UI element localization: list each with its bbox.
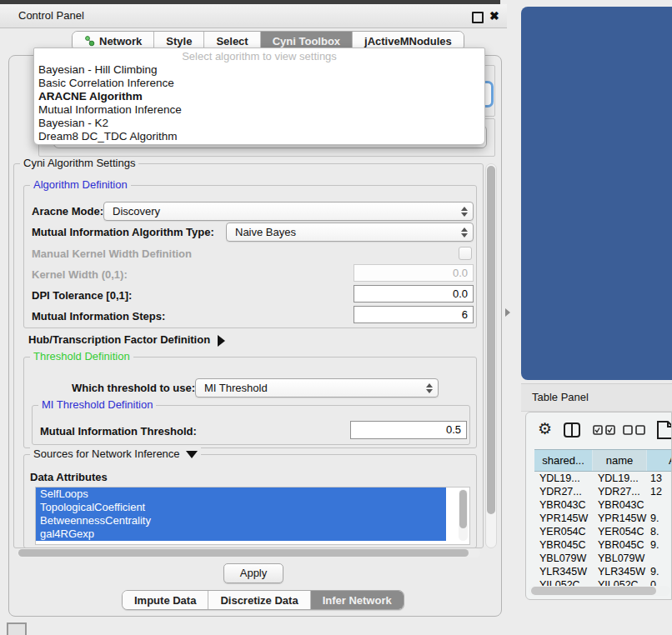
table-row[interactable]: YER054CYER054C8. [534, 525, 672, 538]
threshold-definition-title: Threshold Definition [30, 350, 133, 362]
tab-label: Impute Data [134, 594, 196, 607]
table-row[interactable]: YBR045CYBR045C9. [534, 538, 672, 552]
float-panel-icon[interactable] [472, 12, 484, 23]
mi-steps-label: Mutual Information Steps: [32, 310, 165, 322]
attribute-item[interactable]: TopologicalCoefficient [36, 501, 446, 514]
scrollbar-thumb[interactable] [531, 587, 656, 595]
aracne-mode-label: Aracne Mode: [32, 205, 103, 218]
algorithm-option[interactable]: Dream8 DC_TDC Algorithm [34, 130, 484, 143]
panel-grip-button[interactable] [7, 622, 27, 635]
tab-label: Select [216, 35, 248, 48]
scrollbar-thumb[interactable] [18, 549, 469, 557]
algorithm-option[interactable]: Bayesian - Hill Climbing [34, 63, 484, 77]
table-row[interactable]: YDL19...YDL19...13 [534, 472, 672, 485]
table-row[interactable]: YBR043CYBR043C [534, 498, 672, 512]
table-cell: 9. [647, 565, 672, 578]
tab-label: Network [99, 35, 142, 48]
apply-button[interactable]: Apply [223, 563, 283, 583]
attribute-item[interactable]: BetweennessCentrality [36, 514, 446, 528]
bottom-tab-discretize-data[interactable]: Discretize Data [208, 591, 310, 609]
close-panel-icon[interactable]: ✖ [489, 8, 499, 23]
manual-kernel-label: Manual Kernel Width Definition [32, 248, 192, 260]
table-cell: YBR043C [534, 498, 593, 512]
select-all-columns-icon[interactable] [593, 425, 616, 436]
tab-label: Infer Network [323, 594, 392, 607]
control-panel-titlebar: Control Panel ✖ [0, 4, 507, 28]
cyni-bottom-tabs: Impute DataDiscretize DataInfer Network [122, 590, 404, 610]
hub-definition-toggle[interactable]: Hub/Transcription Factor Definition [28, 333, 225, 347]
aracne-mode-value: Discovery [113, 202, 160, 220]
table-cell: YBL079W [593, 552, 647, 565]
mi-algorithm-type-select[interactable]: Naive Bayes [226, 222, 474, 242]
table-row[interactable]: YPR145WYPR145W9. [534, 512, 672, 525]
algorithm-option[interactable]: Mutual Information Inference [34, 103, 484, 117]
bottom-tab-infer-network[interactable]: Infer Network [311, 591, 404, 609]
table-cell: YPR145W [534, 512, 593, 525]
settings-vertical-scrollbar[interactable] [485, 163, 497, 548]
mi-type-label: Mutual Information Algorithm Type: [32, 226, 214, 238]
table-cell: YPR145W [593, 512, 647, 525]
node-table: shared...nameAYDL19...YDL19...13YDR27...… [534, 449, 672, 592]
splitter-handle[interactable] [505, 308, 510, 317]
mi-steps-input[interactable]: 6 [354, 306, 474, 323]
tab-label: Cyni Toolbox [273, 35, 340, 48]
table-cell: YLR345W [593, 565, 647, 578]
table-cell: YDL19... [534, 472, 593, 485]
table-cell: YLR345W [534, 565, 593, 578]
attribute-item[interactable]: SelfLoops [36, 488, 446, 501]
dpi-tolerance-input[interactable]: 0.0 [354, 285, 474, 302]
column-header[interactable]: name [593, 450, 647, 471]
algorithm-option[interactable]: ARACNE Algorithm [34, 90, 484, 103]
split-columns-icon[interactable] [563, 422, 581, 438]
table-cell: YER054C [593, 525, 647, 538]
mi-threshold-input[interactable]: 0.5 [350, 421, 467, 439]
table-row[interactable]: YLR345WYLR345W9. [534, 565, 672, 578]
tab-label: jActiveMNodules [364, 35, 452, 48]
aracne-mode-select[interactable]: Discovery [103, 202, 474, 221]
table-panel-titlebar: Table Panel [521, 383, 672, 412]
settings-group-title: Cyni Algorithm Settings [20, 157, 138, 169]
network-view-frame: GALGAL80GAL10GAL1GAL11GAL4SWI4GCY1HAP4YH… [521, 7, 672, 380]
scrollbar-thumb[interactable] [459, 490, 467, 528]
table-cell: YBL079W [534, 552, 593, 565]
collapse-down-icon [186, 451, 198, 458]
stepper-arrows-icon [461, 223, 468, 241]
attribute-item[interactable]: gal4RGexp [36, 528, 446, 541]
kernel-width-label: Kernel Width (0,1): [32, 268, 128, 281]
column-header[interactable]: A [647, 450, 672, 471]
gear-icon[interactable]: ⚙ [538, 419, 552, 439]
table-row[interactable]: YBL079WYBL079W [534, 552, 672, 565]
export-table-icon[interactable] [656, 420, 672, 440]
table-cell [647, 498, 672, 512]
algorithm-option[interactable]: Basic Correlation Inference [34, 77, 484, 90]
table-cell: 8. [647, 525, 672, 538]
list-scrollbar[interactable] [459, 489, 468, 541]
algorithm-option[interactable]: Bayesian - K2 [34, 117, 484, 130]
dpi-tolerance-label: DPI Tolerance [0,1]: [32, 289, 132, 302]
deselect-all-columns-icon[interactable] [623, 425, 646, 436]
hub-definition-label: Hub/Transcription Factor Definition [28, 333, 210, 346]
table-cell: YDL19... [593, 472, 647, 485]
panel-title: Control Panel [18, 4, 84, 28]
table-cell: YDR27... [593, 485, 647, 498]
table-header-row: shared...nameA [534, 449, 672, 472]
tab-label: Style [166, 35, 192, 48]
kernel-width-input[interactable]: 0.0 [354, 264, 474, 282]
sources-group-title[interactable]: Sources for Network Inference [30, 448, 201, 460]
table-horizontal-scrollbar[interactable] [529, 586, 670, 596]
table-row[interactable]: YDR27...YDR27...12 [534, 485, 672, 498]
data-attributes-list[interactable]: SelfLoopsTopologicalCoefficientBetweenne… [35, 487, 470, 545]
scrollbar-thumb[interactable] [487, 166, 495, 514]
table-cell: YDR27... [534, 485, 593, 498]
which-threshold-select[interactable]: MI Threshold [195, 378, 439, 398]
table-cell: YER054C [534, 525, 593, 538]
table-cell: 9. [647, 512, 672, 525]
settings-horizontal-scrollbar[interactable] [17, 548, 480, 558]
stepper-arrows-icon [461, 202, 468, 220]
expand-right-icon [218, 335, 225, 347]
bottom-tab-impute-data[interactable]: Impute Data [123, 591, 208, 609]
table-panel-title: Table Panel [532, 384, 589, 411]
column-header[interactable]: shared... [534, 450, 593, 471]
algorithm-definition-title: Algorithm Definition [30, 178, 131, 191]
manual-kernel-checkbox[interactable] [459, 247, 472, 260]
